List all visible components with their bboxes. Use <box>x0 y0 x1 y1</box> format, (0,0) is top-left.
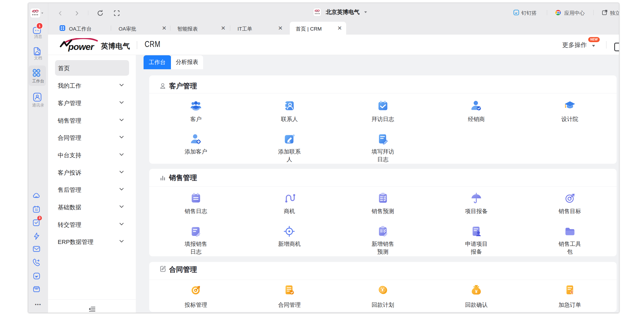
svg-text:¥: ¥ <box>381 287 384 293</box>
svg-text:¥: ¥ <box>475 289 478 294</box>
svg-text:11: 11 <box>35 208 38 211</box>
svg-text:power: power <box>68 42 94 52</box>
